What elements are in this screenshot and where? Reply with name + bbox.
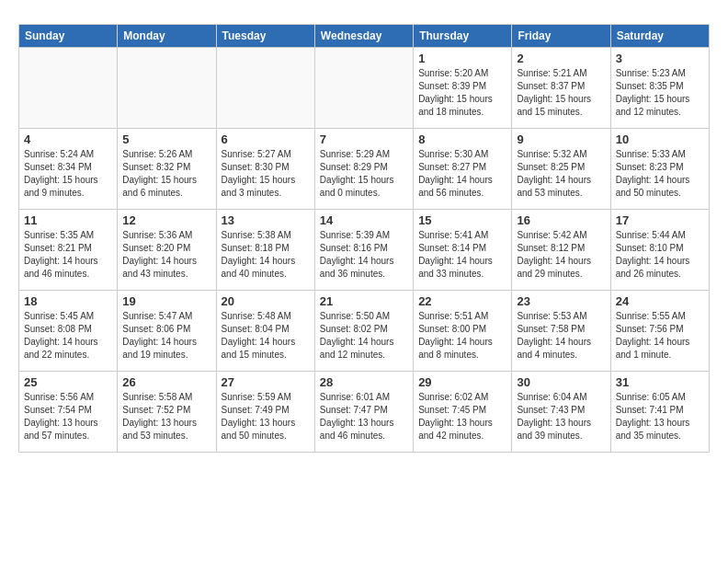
weekday-header-tuesday: Tuesday (216, 25, 314, 48)
day-number: 19 (122, 294, 210, 308)
day-number: 10 (616, 132, 704, 146)
day-info: Sunrise: 5:24 AM Sunset: 8:34 PM Dayligh… (24, 148, 112, 200)
day-number: 24 (616, 294, 704, 308)
weekday-header-row: SundayMondayTuesdayWednesdayThursdayFrid… (19, 25, 710, 48)
day-info: Sunrise: 6:02 AM Sunset: 7:45 PM Dayligh… (418, 391, 506, 442)
day-info: Sunrise: 5:26 AM Sunset: 8:32 PM Dayligh… (122, 148, 210, 200)
weekday-header-monday: Monday (118, 25, 216, 48)
day-info: Sunrise: 5:42 AM Sunset: 8:12 PM Dayligh… (517, 229, 605, 281)
calendar-cell: 9Sunrise: 5:32 AM Sunset: 8:25 PM Daylig… (512, 129, 610, 210)
day-number: 3 (616, 52, 704, 65)
week-row-1: 1Sunrise: 5:20 AM Sunset: 8:39 PM Daylig… (19, 48, 710, 129)
calendar-cell: 3Sunrise: 5:23 AM Sunset: 8:35 PM Daylig… (610, 48, 709, 129)
calendar-cell: 7Sunrise: 5:29 AM Sunset: 8:29 PM Daylig… (314, 129, 413, 210)
calendar-cell (19, 48, 118, 129)
day-info: Sunrise: 6:01 AM Sunset: 7:47 PM Dayligh… (320, 391, 408, 442)
day-info: Sunrise: 5:50 AM Sunset: 8:02 PM Dayligh… (320, 310, 408, 362)
day-number: 9 (517, 132, 605, 146)
day-info: Sunrise: 5:32 AM Sunset: 8:25 PM Dayligh… (517, 148, 605, 200)
day-number: 7 (320, 132, 408, 146)
weekday-header-friday: Friday (512, 25, 610, 48)
calendar-cell: 26Sunrise: 5:58 AM Sunset: 7:52 PM Dayli… (118, 372, 216, 453)
day-number: 29 (418, 375, 506, 389)
day-info: Sunrise: 5:29 AM Sunset: 8:29 PM Dayligh… (320, 148, 408, 200)
calendar-cell: 21Sunrise: 5:50 AM Sunset: 8:02 PM Dayli… (314, 291, 413, 372)
day-number: 4 (24, 132, 112, 146)
day-info: Sunrise: 6:05 AM Sunset: 7:41 PM Dayligh… (616, 391, 704, 442)
day-info: Sunrise: 5:33 AM Sunset: 8:23 PM Dayligh… (616, 148, 704, 200)
calendar-cell (118, 48, 216, 129)
day-number: 2 (517, 52, 605, 65)
week-row-2: 4Sunrise: 5:24 AM Sunset: 8:34 PM Daylig… (19, 129, 710, 210)
calendar-cell: 5Sunrise: 5:26 AM Sunset: 8:32 PM Daylig… (118, 129, 216, 210)
day-info: Sunrise: 5:23 AM Sunset: 8:35 PM Dayligh… (616, 67, 704, 119)
calendar-cell: 11Sunrise: 5:35 AM Sunset: 8:21 PM Dayli… (19, 210, 118, 291)
weekday-header-thursday: Thursday (414, 25, 512, 48)
day-number: 6 (222, 132, 310, 146)
day-number: 5 (122, 132, 210, 146)
day-info: Sunrise: 5:51 AM Sunset: 8:00 PM Dayligh… (418, 310, 506, 362)
calendar-cell: 25Sunrise: 5:56 AM Sunset: 7:54 PM Dayli… (19, 372, 118, 453)
calendar-cell: 12Sunrise: 5:36 AM Sunset: 8:20 PM Dayli… (118, 210, 216, 291)
calendar-cell: 2Sunrise: 5:21 AM Sunset: 8:37 PM Daylig… (512, 48, 610, 129)
day-number: 20 (222, 294, 310, 308)
calendar-cell: 22Sunrise: 5:51 AM Sunset: 8:00 PM Dayli… (414, 291, 512, 372)
day-number: 21 (320, 294, 408, 308)
day-info: Sunrise: 5:21 AM Sunset: 8:37 PM Dayligh… (517, 67, 605, 119)
day-number: 31 (616, 375, 704, 389)
day-info: Sunrise: 5:48 AM Sunset: 8:04 PM Dayligh… (222, 310, 310, 362)
calendar-cell: 6Sunrise: 5:27 AM Sunset: 8:30 PM Daylig… (216, 129, 314, 210)
calendar-cell: 28Sunrise: 6:01 AM Sunset: 7:47 PM Dayli… (314, 372, 413, 453)
day-number: 26 (122, 375, 210, 389)
week-row-5: 25Sunrise: 5:56 AM Sunset: 7:54 PM Dayli… (19, 372, 710, 453)
weekday-header-wednesday: Wednesday (314, 25, 413, 48)
calendar-cell: 15Sunrise: 5:41 AM Sunset: 8:14 PM Dayli… (414, 210, 512, 291)
calendar-cell: 13Sunrise: 5:38 AM Sunset: 8:18 PM Dayli… (216, 210, 314, 291)
calendar-cell: 24Sunrise: 5:55 AM Sunset: 7:56 PM Dayli… (610, 291, 709, 372)
weekday-header-sunday: Sunday (19, 25, 118, 48)
day-info: Sunrise: 5:41 AM Sunset: 8:14 PM Dayligh… (418, 229, 506, 281)
day-number: 8 (418, 132, 506, 146)
week-row-4: 18Sunrise: 5:45 AM Sunset: 8:08 PM Dayli… (19, 291, 710, 372)
day-info: Sunrise: 5:45 AM Sunset: 8:08 PM Dayligh… (24, 310, 112, 362)
day-info: Sunrise: 5:27 AM Sunset: 8:30 PM Dayligh… (222, 148, 310, 200)
day-info: Sunrise: 5:59 AM Sunset: 7:49 PM Dayligh… (222, 391, 310, 442)
day-number: 30 (517, 375, 605, 389)
calendar-cell: 29Sunrise: 6:02 AM Sunset: 7:45 PM Dayli… (414, 372, 512, 453)
day-info: Sunrise: 5:44 AM Sunset: 8:10 PM Dayligh… (616, 229, 704, 281)
calendar-cell: 19Sunrise: 5:47 AM Sunset: 8:06 PM Dayli… (118, 291, 216, 372)
page: General Blue SundayMondayTuesdayWednesda… (0, 0, 728, 467)
day-info: Sunrise: 5:58 AM Sunset: 7:52 PM Dayligh… (122, 391, 210, 442)
calendar-cell: 31Sunrise: 6:05 AM Sunset: 7:41 PM Dayli… (610, 372, 709, 453)
day-number: 28 (320, 375, 408, 389)
calendar-cell (216, 48, 314, 129)
day-number: 17 (616, 213, 704, 227)
day-info: Sunrise: 5:20 AM Sunset: 8:39 PM Dayligh… (418, 67, 506, 119)
day-number: 12 (122, 213, 210, 227)
day-number: 1 (418, 52, 506, 65)
day-number: 18 (24, 294, 112, 308)
week-row-3: 11Sunrise: 5:35 AM Sunset: 8:21 PM Dayli… (19, 210, 710, 291)
day-info: Sunrise: 5:53 AM Sunset: 7:58 PM Dayligh… (517, 310, 605, 362)
day-number: 11 (24, 213, 112, 227)
calendar-cell: 18Sunrise: 5:45 AM Sunset: 8:08 PM Dayli… (19, 291, 118, 372)
day-info: Sunrise: 5:36 AM Sunset: 8:20 PM Dayligh… (122, 229, 210, 281)
day-info: Sunrise: 5:38 AM Sunset: 8:18 PM Dayligh… (222, 229, 310, 281)
calendar-cell: 27Sunrise: 5:59 AM Sunset: 7:49 PM Dayli… (216, 372, 314, 453)
calendar-cell: 20Sunrise: 5:48 AM Sunset: 8:04 PM Dayli… (216, 291, 314, 372)
day-number: 27 (222, 375, 310, 389)
calendar-cell: 1Sunrise: 5:20 AM Sunset: 8:39 PM Daylig… (414, 48, 512, 129)
day-number: 22 (418, 294, 506, 308)
calendar-cell: 30Sunrise: 6:04 AM Sunset: 7:43 PM Dayli… (512, 372, 610, 453)
day-info: Sunrise: 5:35 AM Sunset: 8:21 PM Dayligh… (24, 229, 112, 281)
weekday-header-saturday: Saturday (610, 25, 709, 48)
calendar-cell: 10Sunrise: 5:33 AM Sunset: 8:23 PM Dayli… (610, 129, 709, 210)
calendar-cell: 14Sunrise: 5:39 AM Sunset: 8:16 PM Dayli… (314, 210, 413, 291)
calendar-cell: 4Sunrise: 5:24 AM Sunset: 8:34 PM Daylig… (19, 129, 118, 210)
day-number: 23 (517, 294, 605, 308)
calendar-cell: 17Sunrise: 5:44 AM Sunset: 8:10 PM Dayli… (610, 210, 709, 291)
day-info: Sunrise: 5:39 AM Sunset: 8:16 PM Dayligh… (320, 229, 408, 281)
day-number: 14 (320, 213, 408, 227)
day-info: Sunrise: 5:47 AM Sunset: 8:06 PM Dayligh… (122, 310, 210, 362)
calendar-cell (314, 48, 413, 129)
